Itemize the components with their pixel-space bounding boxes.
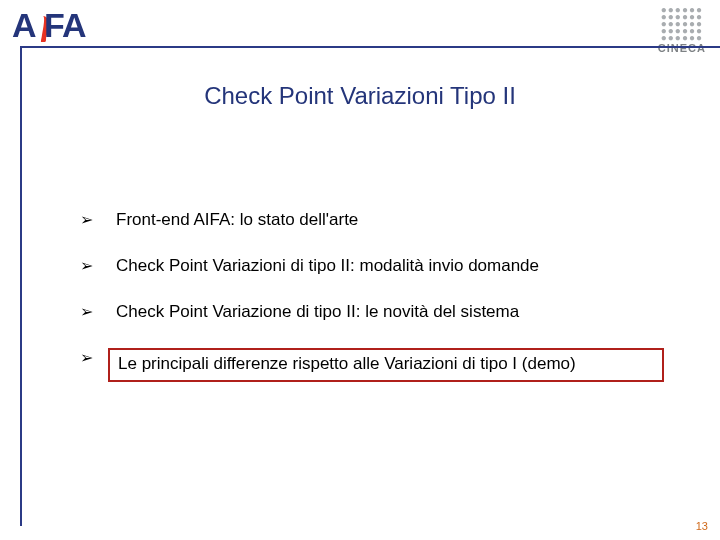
slide: A FA ●●●●●● ●●●●●● ●●●●●● ●●●●●● ●●●●●● … [0,0,720,540]
slide-title: Check Point Variazioni Tipo II [0,82,720,110]
triangle-bullet-icon: ➢ [80,210,93,229]
cineca-dots-icon: ●●●●●● ●●●●●● ●●●●●● ●●●●●● ●●●●●● [658,6,706,41]
cineca-label: CINECA [658,43,706,54]
triangle-bullet-icon: ➢ [80,348,93,367]
list-item: ➢ Check Point Variazioni di tipo II: mod… [80,256,664,276]
list-item-text: Le principali differenze rispetto alle V… [108,348,664,382]
list-item-text: Front-end AIFA: lo stato dell'arte [116,210,358,229]
aifa-logo-letters: FA [44,8,85,42]
list-item: ➢ Check Point Variazione di tipo II: le … [80,302,664,322]
bullet-list: ➢ Front-end AIFA: lo stato dell'arte ➢ C… [80,210,664,382]
page-number: 13 [696,520,708,532]
frame-top-line [20,46,720,48]
list-item-text: Check Point Variazione di tipo II: le no… [116,302,519,321]
list-item-text: Check Point Variazioni di tipo II: modal… [116,256,539,275]
list-item: ➢ Front-end AIFA: lo stato dell'arte [80,210,664,230]
triangle-bullet-icon: ➢ [80,302,93,321]
triangle-bullet-icon: ➢ [80,256,93,275]
frame-left-line [20,46,22,526]
aifa-logo: A FA [12,10,97,44]
list-item-highlighted: ➢ Le principali differenze rispetto alle… [80,348,664,382]
